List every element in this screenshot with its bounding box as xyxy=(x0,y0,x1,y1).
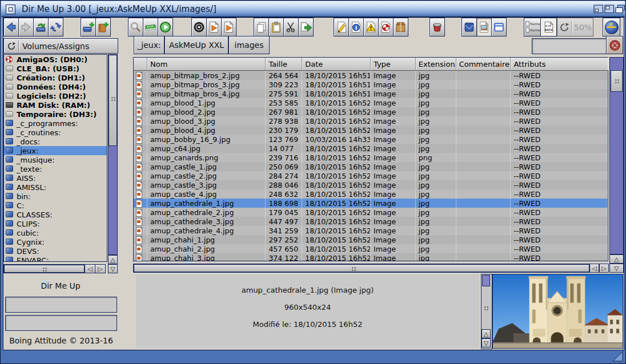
table-hscroll-thumb[interactable] xyxy=(134,264,589,272)
info-vscrollbar[interactable]: △ ▽ xyxy=(481,274,492,349)
volumes-hscrollbar[interactable] xyxy=(3,264,85,273)
column-header-icon[interactable] xyxy=(134,58,147,70)
back-button[interactable] xyxy=(3,18,19,37)
table-row[interactable]: amup_cathedrale_1.jpg188 69818/10/2015 1… xyxy=(134,199,608,208)
parent-drawer-button[interactable] xyxy=(33,18,49,37)
depth-gadget-icon[interactable] xyxy=(615,5,625,14)
archive-button[interactable] xyxy=(393,18,408,37)
column-header-date[interactable]: Date xyxy=(302,58,371,70)
sidebar-item-créationdh1[interactable]: Création: (DH1:) xyxy=(4,73,107,82)
table-row[interactable]: amup_canards.png239 71618/10/2015 16h52I… xyxy=(134,153,608,162)
paste-button[interactable] xyxy=(268,18,284,37)
reload-button[interactable] xyxy=(48,18,63,37)
search-button[interactable] xyxy=(128,18,143,37)
table-row[interactable]: amup_bitmap_bros_2.jpg264 56418/10/2015 … xyxy=(134,71,608,80)
volumes-scroll-left-button[interactable]: ◁ xyxy=(85,264,95,273)
table-row[interactable]: amup_chahi_1.jpg297 25218/10/2015 16h52I… xyxy=(134,235,608,244)
table-scroll-right-button[interactable]: ▷ xyxy=(599,264,609,273)
table-row[interactable]: amup_cathedrale_3.jpg447 49718/10/2015 1… xyxy=(134,217,608,226)
file-table[interactable]: amup_bitmap_bros_2.jpg264 56418/10/2015 … xyxy=(133,71,608,261)
close-filter-button[interactable] xyxy=(606,36,623,54)
sidebar-item-clips[interactable]: CLIPS: xyxy=(4,219,107,228)
forward-button[interactable] xyxy=(18,18,34,37)
volumes-scroll-down-button[interactable]: ▽ xyxy=(108,264,118,273)
info-scroll-up-button[interactable]: △ xyxy=(481,329,491,338)
sidebar-item-_c_routines[interactable]: _c_routines: xyxy=(4,128,107,137)
column-header-commentaire[interactable]: Commentaire xyxy=(456,58,511,70)
info-vscroll-track[interactable] xyxy=(482,275,490,286)
sidebar-item-_jeux[interactable]: _jeux: xyxy=(4,146,107,155)
sidebar-item-cle_bausb[interactable]: CLE_BA: (USB:) xyxy=(4,64,107,73)
close-gadget-icon[interactable] xyxy=(6,5,15,14)
sidebar-item-_texte[interactable]: _texte: xyxy=(4,164,107,173)
window-button[interactable] xyxy=(491,18,507,37)
table-row[interactable]: amup_blood_2.jpg267 98118/10/2015 16h52I… xyxy=(134,107,608,116)
sidebar-item-c[interactable]: C: xyxy=(4,201,107,210)
measure-button[interactable] xyxy=(143,18,158,37)
sidebar-item-amigaosdh0[interactable]: AmigaOS: (DH0:) xyxy=(4,55,107,64)
sort-by-name-button[interactable]: Name Name xyxy=(524,18,541,37)
volumes-header[interactable]: Volumes/Assigns xyxy=(3,38,118,54)
column-header-taille[interactable]: Taille xyxy=(266,58,302,70)
boing-button[interactable] xyxy=(603,18,620,37)
information-button[interactable]: i xyxy=(348,18,364,37)
sidebar-item-logicielsdh2[interactable]: Logiciels: (DH2:) xyxy=(4,91,107,100)
new-drawer-button[interactable] xyxy=(81,18,96,37)
column-header-extension[interactable]: Extension xyxy=(416,58,456,70)
info-scroll-down-button[interactable]: ▽ xyxy=(481,338,491,347)
table-row[interactable]: amup_blood_4.jpg230 17918/10/2015 16h52I… xyxy=(134,126,608,135)
table-row[interactable]: amup_cathedrale_2.jpg179 04518/10/2015 1… xyxy=(134,208,608,217)
sidebar-item-classes[interactable]: CLASSES: xyxy=(4,210,107,219)
column-header-attributs[interactable]: Attributs xyxy=(511,58,608,70)
table-row[interactable]: amup_bitmap_bros_3.jpg309 22318/10/2015 … xyxy=(134,80,608,89)
play-alt-button[interactable] xyxy=(221,18,236,37)
sidebar-item-aiss[interactable]: AISS: xyxy=(4,173,107,183)
table-scroll-left-button[interactable]: ◁ xyxy=(589,264,599,273)
execute-button[interactable] xyxy=(158,18,173,37)
protect-button[interactable] xyxy=(378,18,394,37)
table-header[interactable]: NomTailleDateTypeExtensionCommentaireAtt… xyxy=(133,57,608,71)
volumes-hscroll-thumb[interactable] xyxy=(4,265,85,273)
table-row[interactable]: amup_castle_3.jpg288 04618/10/2015 16h52… xyxy=(134,180,608,189)
table-row[interactable]: amup_c64.jpg14 07718/10/2015 16h52Imagej… xyxy=(134,144,608,153)
table-row[interactable]: amup_blood_3.jpg278 93818/10/2015 16h52I… xyxy=(134,116,608,126)
copy-button[interactable] xyxy=(254,18,269,37)
sidebar-item-bin[interactable]: bin: xyxy=(4,192,107,201)
table-row[interactable]: amup_bobby_16_9.jpg123 76910/03/2016 14h… xyxy=(134,135,608,144)
play-button[interactable] xyxy=(206,18,222,37)
volumes-scroll-right-button[interactable]: ▷ xyxy=(95,264,106,273)
sidebar-item-devs[interactable]: DEVS: xyxy=(4,246,107,256)
breadcrumb-0[interactable]: _jeux: xyxy=(134,36,164,54)
reload-volumes-icon[interactable] xyxy=(7,42,16,51)
table-row[interactable]: amup_chahi_2.jpg457 65018/10/2015 16h52I… xyxy=(134,244,608,253)
column-header-type[interactable]: Type xyxy=(371,58,416,70)
sidebar-item-cubic[interactable]: cubic: xyxy=(4,228,107,237)
sidebar-item-ramdiskram[interactable]: RAM Disk: (RAM:) xyxy=(4,100,107,110)
zoom-refresh-icon[interactable] xyxy=(559,22,569,33)
warning-button[interactable]: ! xyxy=(363,18,379,37)
volumes-vscrollbar[interactable] xyxy=(108,54,118,255)
pocket-button[interactable] xyxy=(462,18,477,37)
breadcrumb-2[interactable]: images xyxy=(228,36,270,54)
iconify-gadget-icon[interactable] xyxy=(593,5,604,14)
volumes-vscroll-thumb[interactable] xyxy=(109,55,117,146)
table-hscrollbar[interactable] xyxy=(133,264,590,273)
zoom-gadget-icon[interactable] xyxy=(604,5,615,14)
table-scroll-up-button[interactable]: △ xyxy=(609,254,624,264)
table-vscroll-thumb[interactable] xyxy=(611,70,623,92)
rename-button[interactable] xyxy=(334,18,349,37)
table-row[interactable]: amup_castle_4.jpg248 63218/10/2015 16h52… xyxy=(134,189,608,199)
breadcrumb-1[interactable]: AskMeUp XXL xyxy=(164,36,228,54)
filter-input[interactable] xyxy=(532,38,607,54)
cut-button[interactable] xyxy=(283,18,299,37)
table-row[interactable]: amup_blood_1.jpg253 58518/10/2015 16h52I… xyxy=(134,98,608,107)
volumes-list[interactable]: AmigaOS: (DH0:)CLE_BA: (USB:)Création: (… xyxy=(3,54,107,262)
ascii-view-button[interactable]: ASCII xyxy=(540,18,557,37)
move-button[interactable] xyxy=(298,18,314,37)
sidebar-item-donnéesdh4[interactable]: Données: (DH4:) xyxy=(4,82,107,91)
table-row[interactable]: amup_chahi_3.jpg374 12218/10/2015 16h52I… xyxy=(134,253,608,261)
sidebar-item-cygnix[interactable]: Cygnix: xyxy=(4,237,107,246)
table-scroll-down-button[interactable]: ▽ xyxy=(609,264,624,273)
resize-gadget-icon[interactable] xyxy=(612,350,624,362)
zoom-control[interactable]: 50% xyxy=(557,18,593,37)
